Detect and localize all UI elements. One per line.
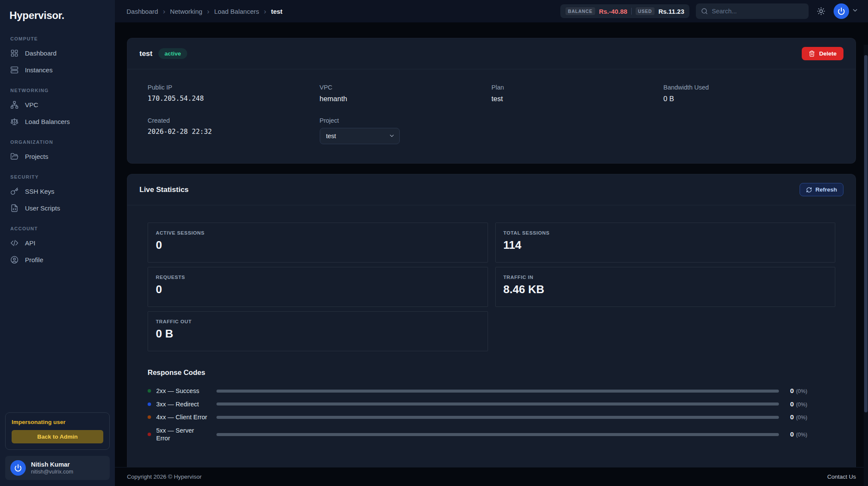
response-rows: 2xx — Success 0(0%) 3xx — Redirect 0(0%)… xyxy=(148,387,835,443)
sidebar-item-label: Projects xyxy=(25,153,48,160)
field-bandwidth-used: Bandwidth Used 0 B xyxy=(664,84,836,103)
page-title: test xyxy=(139,50,152,58)
scale-icon xyxy=(10,118,19,126)
back-to-admin-button[interactable]: Back to Admin xyxy=(12,430,103,443)
delete-button[interactable]: Delete xyxy=(802,47,843,60)
user-name: Nitish Kumar xyxy=(31,461,73,468)
sidebar-item-profile[interactable]: Profile xyxy=(6,251,109,268)
page-content: test active Delete Public IP 170.205.54.… xyxy=(115,22,868,486)
sidebar-item-label: Instances xyxy=(25,66,53,74)
key-icon xyxy=(10,187,19,195)
user-menu[interactable] xyxy=(834,3,859,19)
nav-section-networking: NETWORKING xyxy=(10,88,105,93)
contact-us-link[interactable]: Contact Us xyxy=(827,474,856,480)
project-select[interactable]: test xyxy=(320,128,400,144)
key-icon xyxy=(10,187,19,195)
response-row-2xx: 2xx — Success 0(0%) xyxy=(148,387,835,395)
response-count: 0 xyxy=(790,400,794,408)
folder-open-icon xyxy=(10,152,19,161)
server-icon xyxy=(10,66,19,74)
status-dot xyxy=(148,402,151,406)
network-icon xyxy=(10,101,19,109)
field-created: Created 2026-02-28 22:32 xyxy=(148,117,320,144)
response-count: 0 xyxy=(790,413,794,421)
sidebar-item-label: Dashboard xyxy=(25,50,56,57)
stat-traffic-in-value: 8.46 KB xyxy=(504,283,828,296)
network-icon xyxy=(10,101,19,109)
stat-traffic-in: TRAFFIC IN 8.46 KB xyxy=(495,267,836,307)
sidebar-item-vpc[interactable]: VPC xyxy=(6,96,109,113)
sidebar-bottom: Impersonating user Back to Admin Nitish … xyxy=(0,412,115,486)
stat-active-sessions-value: 0 xyxy=(156,238,480,252)
response-percent: (0%) xyxy=(796,402,807,408)
sidebar-item-label: SSH Keys xyxy=(25,188,54,195)
code-icon xyxy=(10,239,19,247)
search-icon xyxy=(701,8,708,15)
stats-grid: ACTIVE SESSIONS 0 TOTAL SESSIONS 114 REQ… xyxy=(148,223,835,351)
scrollbar-thumb[interactable] xyxy=(864,55,868,412)
user-email: nitish@vulrix.com xyxy=(31,469,73,475)
stat-traffic-out: TRAFFIC OUT 0 B xyxy=(148,311,488,351)
field-created-value: 2026-02-28 22:32 xyxy=(148,128,320,136)
balance-label: BALANCE xyxy=(565,7,595,15)
search-input[interactable] xyxy=(712,8,803,15)
sidebar: Hypervisor. COMPUTE Dashboard InstancesN… xyxy=(0,0,115,486)
field-bandwidth-used-value: 0 B xyxy=(664,95,836,103)
status-dot xyxy=(148,415,151,419)
status-dot xyxy=(148,433,151,436)
footer-copyright: Copyright 2026 © Hypervisor xyxy=(127,474,202,480)
stat-total-sessions-value: 114 xyxy=(504,238,828,252)
sidebar-item-instances[interactable]: Instances xyxy=(6,62,109,78)
response-codes-section: Response Codes 2xx — Success 0(0%) 3xx —… xyxy=(148,368,835,443)
response-codes-title: Response Codes xyxy=(148,368,835,377)
nav-section-account: ACCOUNT xyxy=(10,226,105,231)
response-percent: (0%) xyxy=(796,432,807,438)
theme-toggle-button[interactable] xyxy=(815,5,827,17)
app-root: Hypervisor. COMPUTE Dashboard InstancesN… xyxy=(0,0,868,486)
status-badge: active xyxy=(158,48,187,59)
field-plan-value: test xyxy=(491,95,664,103)
breadcrumb-item-load-balancers[interactable]: Load Balancers xyxy=(214,8,259,15)
sidebar-item-projects[interactable]: Projects xyxy=(6,148,109,165)
impersonation-box: Impersonating user Back to Admin xyxy=(5,412,110,450)
pill-divider xyxy=(631,8,632,15)
topbar: Dashboard›Networking›Load Balancers›test… xyxy=(115,0,868,22)
refresh-button[interactable]: Refresh xyxy=(800,183,843,196)
status-dot xyxy=(148,389,151,393)
response-bar xyxy=(216,416,779,419)
avatar xyxy=(834,3,849,19)
sidebar-item-ssh-keys[interactable]: SSH Keys xyxy=(6,183,109,200)
sidebar-user-card[interactable]: Nitish Kumar nitish@vulrix.com xyxy=(5,456,110,480)
sidebar-item-user-scripts[interactable]: User Scripts xyxy=(6,200,109,217)
sidebar-item-dashboard[interactable]: Dashboard xyxy=(6,45,109,62)
response-row-5xx: 5xx — Server Error 0(0%) xyxy=(148,427,835,443)
breadcrumb-separator: › xyxy=(264,8,266,15)
detail-grid: Public IP 170.205.54.248 VPC hemanth Pla… xyxy=(127,69,856,163)
breadcrumb-item-dashboard[interactable]: Dashboard xyxy=(127,8,158,15)
used-value: Rs.11.23 xyxy=(658,8,684,15)
chevron-down-icon xyxy=(852,7,859,15)
impersonation-notice: Impersonating user xyxy=(12,419,103,425)
main-area: Dashboard›Networking›Load Balancers›test… xyxy=(115,0,868,486)
used-label: USED xyxy=(636,7,655,15)
sidebar-item-label: API xyxy=(25,239,35,247)
trash-icon xyxy=(809,50,815,57)
response-percent: (0%) xyxy=(796,415,807,421)
breadcrumb-separator: › xyxy=(163,8,165,15)
stat-requests: REQUESTS 0 xyxy=(148,267,488,307)
billing-pill: BALANCE Rs.-40.88 USED Rs.11.23 xyxy=(560,4,689,18)
response-bar xyxy=(216,390,779,393)
sun-icon xyxy=(817,7,825,15)
power-icon xyxy=(14,464,22,472)
grid-icon xyxy=(10,49,19,57)
file-code-icon xyxy=(10,204,19,212)
stat-traffic-out-value: 0 B xyxy=(156,327,480,341)
server-icon xyxy=(10,66,19,74)
sidebar-item-api[interactable]: API xyxy=(6,235,109,251)
project-select-wrap: test xyxy=(320,128,400,144)
sidebar-item-label: VPC xyxy=(25,101,38,108)
code-icon xyxy=(10,239,19,247)
breadcrumb-item-networking[interactable]: Networking xyxy=(170,8,202,15)
sidebar-item-load-balancers[interactable]: Load Balancers xyxy=(6,113,109,130)
scrollbar[interactable] xyxy=(864,45,868,486)
